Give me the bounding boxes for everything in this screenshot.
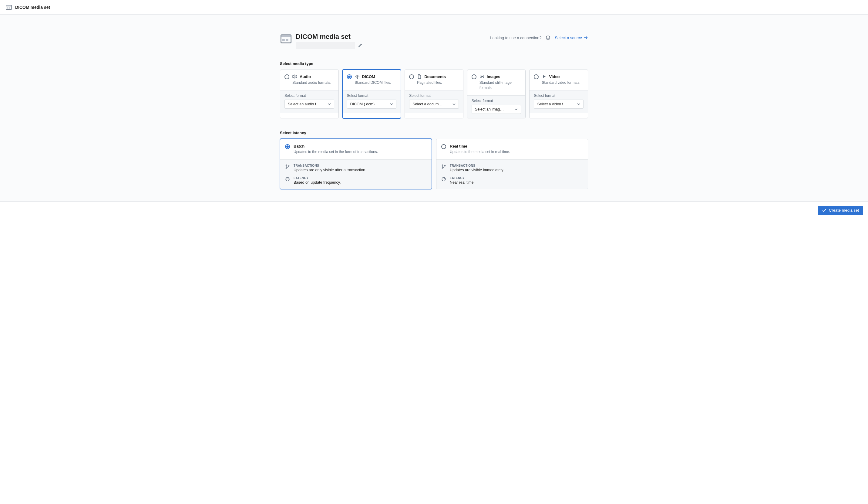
svg-rect-7 [286, 39, 288, 41]
latency-item-text: Updates are visible immediately. [450, 168, 504, 172]
format-select-value: Select an imag… [475, 107, 504, 111]
format-label: Select format [534, 93, 583, 98]
latency-grid: Batch Updates to the media set in the fo… [280, 139, 588, 189]
svg-point-17 [442, 168, 443, 169]
media-card-desc: Paginated files. [417, 80, 459, 85]
source-icon [546, 35, 550, 40]
latency-item-label: TRANSACTIONS [450, 164, 504, 167]
svg-rect-6 [282, 39, 285, 41]
mediaset-icon [6, 4, 12, 11]
latency-item: LATENCY Based on update frequency. [285, 177, 427, 184]
svg-point-8 [547, 36, 549, 37]
radio-audio[interactable] [285, 74, 289, 79]
latency-item-label: LATENCY [293, 177, 341, 180]
latency-item-label: LATENCY [450, 177, 475, 180]
media-card-title: Documents [424, 74, 446, 79]
media-card-documents[interactable]: Documents Paginated files. Select format… [405, 70, 463, 118]
chevron-down-icon [390, 103, 393, 105]
images-icon [479, 74, 484, 79]
chevron-down-icon [577, 103, 580, 105]
latency-card-desc: Updates to the media set in real time. [450, 150, 583, 154]
header-row: DICOM media set Looking to use a connect… [280, 33, 588, 49]
media-card-title: Video [549, 74, 560, 79]
documents-icon [417, 74, 422, 79]
format-label: Select format [472, 99, 521, 103]
footer: Create media set [0, 202, 868, 219]
media-card-desc: Standard audio formats. [292, 80, 334, 85]
edit-icon[interactable] [357, 42, 363, 49]
header-left: DICOM media set [280, 33, 363, 49]
latency-label: Select latency [280, 131, 588, 135]
svg-point-12 [286, 164, 287, 165]
connection-hint: Looking to use a connection? [490, 36, 541, 40]
latency-item-text: Updates are only visible after a transac… [293, 168, 366, 172]
media-card-dicom[interactable]: DICOM Standard DICOM files. Select forma… [342, 70, 401, 118]
latency-item: TRANSACTIONS Updates are only visible af… [285, 164, 427, 172]
latency-item-label: TRANSACTIONS [293, 164, 366, 167]
media-card-desc: Standard still-image formats. [479, 80, 521, 90]
latency-card-realtime[interactable]: Real time Updates to the media set in re… [436, 139, 588, 189]
svg-rect-5 [281, 35, 291, 37]
media-card-title: Audio [300, 74, 311, 79]
format-label: Select format [285, 93, 334, 98]
media-card-video[interactable]: Video Standard video formats. Select for… [529, 70, 588, 118]
media-card-desc: Standard video formats. [542, 80, 583, 85]
latency-item-text: Near real time. [450, 180, 475, 184]
format-select-value: DICOM (.dcm) [350, 102, 375, 106]
top-bar: DICOM media set [0, 0, 868, 14]
media-card-title: DICOM [362, 74, 375, 79]
branch-icon [441, 164, 446, 169]
description-placeholder[interactable] [296, 42, 355, 49]
audio-icon [292, 74, 297, 79]
check-icon [822, 208, 826, 213]
media-card-desc: Standard DICOM files. [355, 80, 397, 85]
svg-point-18 [444, 165, 445, 166]
svg-point-16 [442, 164, 443, 165]
create-media-set-button[interactable]: Create media set [818, 206, 863, 215]
latency-item: TRANSACTIONS Updates are visible immedia… [441, 164, 583, 172]
radio-realtime[interactable] [441, 144, 446, 149]
header-right: Looking to use a connection? Select a so… [490, 33, 588, 40]
branch-icon [285, 164, 290, 169]
arrow-right-icon [584, 36, 588, 40]
radio-video[interactable] [534, 74, 539, 79]
media-card-audio[interactable]: Audio Standard audio formats. Select for… [280, 70, 339, 118]
radio-dicom[interactable] [347, 74, 352, 79]
svg-rect-3 [9, 7, 10, 9]
format-select-value: Select a docum… [412, 102, 443, 106]
media-type-grid: Audio Standard audio formats. Select for… [280, 70, 588, 118]
latency-card-title: Real time [450, 144, 583, 149]
latency-item: LATENCY Near real time. [441, 177, 583, 184]
format-select-video[interactable]: Select a video f… [534, 100, 583, 109]
dicom-icon [355, 74, 360, 79]
latency-card-desc: Updates to the media set in the form of … [293, 150, 427, 154]
svg-rect-1 [6, 5, 11, 6]
format-select-audio[interactable]: Select an audio f… [285, 100, 334, 109]
format-label: Select format [409, 93, 459, 98]
page-title: DICOM media set [296, 33, 363, 41]
select-source-link[interactable]: Select a source [555, 36, 588, 40]
mediaset-icon-large [280, 33, 292, 45]
top-bar-title: DICOM media set [15, 5, 50, 10]
radio-batch[interactable] [285, 144, 290, 149]
latency-item-text: Based on update frequency. [293, 180, 341, 184]
chevron-down-icon [453, 103, 456, 105]
video-icon [542, 74, 547, 79]
format-select-dicom[interactable]: DICOM (.dcm) [347, 100, 397, 109]
svg-point-9 [356, 77, 358, 78]
svg-rect-10 [480, 75, 484, 78]
radio-documents[interactable] [409, 74, 414, 79]
media-card-images[interactable]: Images Standard still-image formats. Sel… [467, 70, 526, 118]
page-body: DICOM media set Looking to use a connect… [0, 14, 868, 202]
latency-card-title: Batch [293, 144, 427, 149]
latency-card-batch[interactable]: Batch Updates to the media set in the fo… [280, 139, 432, 189]
format-select-value: Select a video f… [537, 102, 567, 106]
gauge-icon [285, 177, 290, 182]
radio-images[interactable] [472, 74, 476, 79]
format-select-value: Select an audio f… [288, 102, 320, 106]
media-card-title: Images [487, 74, 500, 79]
format-select-documents[interactable]: Select a docum… [409, 100, 459, 109]
svg-point-14 [288, 165, 289, 166]
format-select-images[interactable]: Select an imag… [472, 105, 521, 114]
chevron-down-icon [328, 103, 331, 105]
